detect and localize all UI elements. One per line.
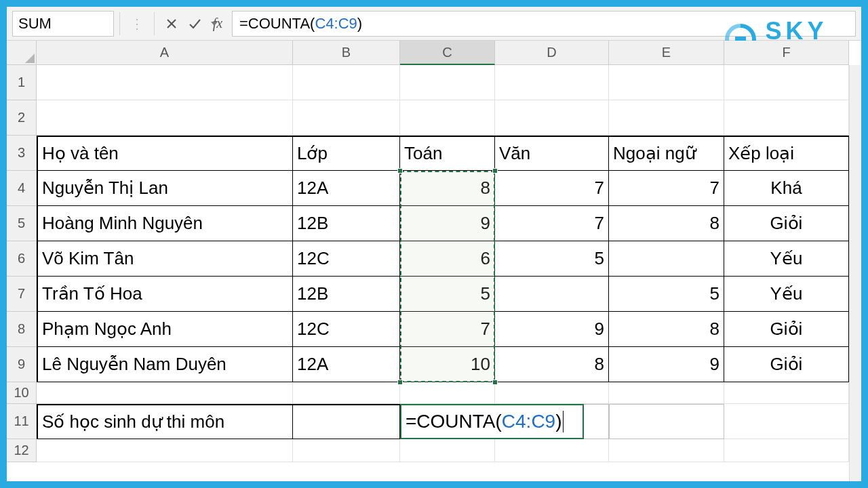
cell-E10[interactable] [609, 382, 724, 404]
cell-A3[interactable]: Họ và tên [37, 136, 293, 171]
svg-marker-4 [25, 54, 35, 63]
cell-E3[interactable]: Ngoại ngữ [609, 136, 724, 171]
cell-A1[interactable] [37, 65, 293, 100]
cell-F2[interactable] [724, 100, 849, 136]
row-header-7[interactable]: 7 [7, 277, 37, 312]
active-cell-suffix: ) [555, 411, 561, 432]
cell-A10[interactable] [37, 382, 293, 404]
column-header-A[interactable]: A [37, 41, 293, 65]
row-header-11[interactable]: 11 [7, 404, 37, 439]
cell-C7[interactable]: 5 [400, 277, 495, 312]
cell-D8[interactable]: 9 [495, 312, 609, 347]
cell-C2[interactable] [400, 100, 495, 136]
cell-A9[interactable]: Lê Nguyễn Nam Duyên [37, 347, 293, 382]
cell-D5[interactable]: 7 [495, 206, 609, 241]
name-box-dropdown[interactable] [210, 12, 218, 36]
cell-F9[interactable]: Giỏi [724, 347, 849, 382]
select-all-corner[interactable] [7, 41, 37, 65]
cell-B3[interactable]: Lớp [293, 136, 400, 171]
cell-E7[interactable]: 5 [609, 277, 724, 312]
column-header-F[interactable]: F [724, 41, 849, 65]
cell-D10[interactable] [495, 382, 609, 404]
cell-F4[interactable]: Khá [724, 171, 849, 206]
cell-E1[interactable] [609, 65, 724, 100]
cell-E8[interactable]: 8 [609, 312, 724, 347]
column-header-E[interactable]: E [609, 41, 724, 65]
cell-F8[interactable]: Giỏi [724, 312, 849, 347]
cell-A2[interactable] [37, 100, 293, 136]
cell-C1[interactable] [400, 65, 495, 100]
cell-E2[interactable] [609, 100, 724, 136]
cell-D1[interactable] [495, 65, 609, 100]
cell-A6[interactable]: Võ Kim Tân [37, 241, 293, 277]
cell-A4[interactable]: Nguyễn Thị Lan [37, 171, 293, 206]
row-header-1[interactable]: 1 [7, 65, 37, 100]
cell-F7[interactable]: Yếu [724, 277, 849, 312]
cell-C12[interactable] [400, 439, 495, 462]
cell-D2[interactable] [495, 100, 609, 136]
row-header-5[interactable]: 5 [7, 206, 37, 241]
cell-B2[interactable] [293, 100, 400, 136]
row-header-4[interactable]: 4 [7, 171, 37, 206]
row-header-6[interactable]: 6 [7, 241, 37, 277]
cell-B6[interactable]: 12C [293, 241, 400, 277]
cell-F11[interactable] [724, 404, 849, 439]
name-box[interactable] [12, 11, 114, 37]
cell-B7[interactable]: 12B [293, 277, 400, 312]
cell-F3[interactable]: Xếp loại [724, 136, 849, 171]
cell-B12[interactable] [293, 439, 400, 462]
name-box-input[interactable] [13, 15, 210, 33]
cell-E4[interactable]: 7 [609, 171, 724, 206]
cell-C6[interactable]: 6 [400, 241, 495, 277]
cell-E12[interactable] [609, 439, 724, 462]
cell-C8[interactable]: 7 [400, 312, 495, 347]
cell-B4[interactable]: 12A [293, 171, 400, 206]
vertical-scrollbar[interactable] [849, 65, 861, 481]
row-header-8[interactable]: 8 [7, 312, 37, 347]
cell-D7[interactable] [495, 277, 609, 312]
row-header-3[interactable]: 3 [7, 136, 37, 171]
cell-F12[interactable] [724, 439, 849, 462]
active-cell[interactable]: =COUNTA(C4:C9) [400, 404, 584, 439]
cell-B10[interactable] [293, 382, 400, 404]
cell-C3[interactable]: Toán [400, 136, 495, 171]
cell-C5[interactable]: 9 [400, 206, 495, 241]
formula-text-suffix: ) [357, 15, 362, 33]
cell-C9[interactable]: 10 [400, 347, 495, 382]
cell-F1[interactable] [724, 65, 849, 100]
cell-A11[interactable]: Số học sinh dự thi môn [37, 404, 293, 439]
cell-C4[interactable]: 8 [400, 171, 495, 206]
cell-D6[interactable]: 5 [495, 241, 609, 277]
cell-D12[interactable] [495, 439, 609, 462]
cell-D3[interactable]: Văn [495, 136, 609, 171]
cell-F6[interactable]: Yếu [724, 241, 849, 277]
cell-A5[interactable]: Hoàng Minh Nguyên [37, 206, 293, 241]
cell-B9[interactable]: 12A [293, 347, 400, 382]
cell-C10[interactable] [400, 382, 495, 404]
cell-A12[interactable] [37, 439, 293, 462]
svg-marker-0 [211, 22, 218, 26]
cell-E11[interactable] [609, 404, 724, 439]
cell-B5[interactable]: 12B [293, 206, 400, 241]
column-header-B[interactable]: B [293, 41, 400, 65]
row-header-2[interactable]: 2 [7, 100, 37, 136]
cell-A8[interactable]: Phạm Ngọc Anh [37, 312, 293, 347]
cell-F10[interactable] [724, 382, 849, 404]
cell-E9[interactable]: 9 [609, 347, 724, 382]
cell-F5[interactable]: Giỏi [724, 206, 849, 241]
cell-E5[interactable]: 8 [609, 206, 724, 241]
cell-A7[interactable]: Trần Tố Hoa [37, 277, 293, 312]
row-header-9[interactable]: 9 [7, 347, 37, 382]
row-header-10[interactable]: 10 [7, 382, 37, 404]
column-header-C[interactable]: C [400, 41, 495, 65]
cell-B8[interactable]: 12C [293, 312, 400, 347]
cell-D4[interactable]: 7 [495, 171, 609, 206]
cell-B1[interactable] [293, 65, 400, 100]
cell-E6[interactable] [609, 241, 724, 277]
cell-B11[interactable] [293, 404, 400, 439]
row-header-12[interactable]: 12 [7, 439, 37, 462]
logo-text-top: SKY [765, 19, 827, 43]
formula-text-arg: C4:C9 [315, 15, 357, 33]
cell-D9[interactable]: 8 [495, 347, 609, 382]
column-header-D[interactable]: D [495, 41, 609, 65]
